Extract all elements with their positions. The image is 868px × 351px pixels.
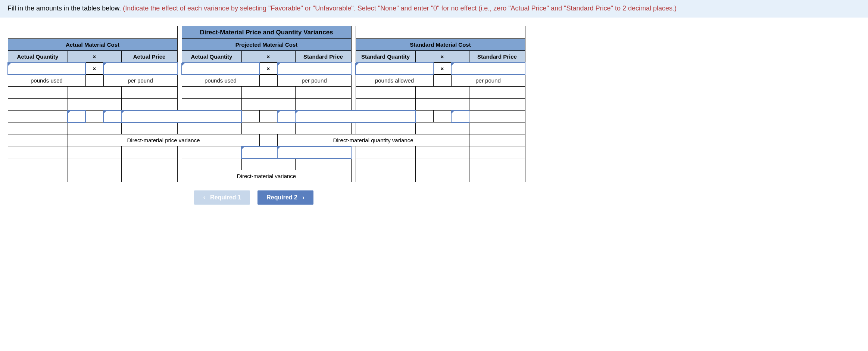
instructions-red: (Indicate the effect of each variance by… [123,4,677,12]
actual-quantity-input[interactable] [8,63,85,75]
times-symbol: × [241,51,295,63]
proj-quantity-unit: pounds used [182,75,259,87]
instructions-banner: Fill in the amounts in the tables below.… [0,0,868,18]
total-variance-input-1b[interactable] [277,146,351,158]
times-symbol: × [415,51,469,63]
times-symbol: × [85,63,103,75]
proj-price-unit: per pound [277,75,351,87]
variance-table: Direct-Material Price and Quantity Varia… [7,26,525,182]
chevron-right-icon: › [302,194,304,201]
actual-price-unit: per pound [103,75,177,87]
nav-buttons: ‹ Required 1 Required 2 › [7,190,500,205]
price-variance-label: Direct-material price variance [68,134,259,146]
proj-actual-quantity-label: Actual Quantity [182,51,241,63]
table-title: Direct-Material Price and Quantity Varia… [182,26,351,39]
proj-standard-price-label: Standard Price [295,51,351,63]
actual-quantity-unit: pounds used [8,75,85,87]
chevron-left-icon: ‹ [203,194,205,201]
standard-cost-header: Standard Material Cost [356,39,525,51]
actual-price-label: Actual Price [121,51,177,63]
quantity-variance-label: Direct-material quantity variance [277,134,469,146]
times-symbol: × [259,63,277,75]
instructions-lead: Fill in the amounts in the tables below. [7,4,123,12]
standard-quantity-label: Standard Quantity [356,51,415,63]
actual-cost-header: Actual Material Cost [8,39,177,51]
std-narrow-input-1[interactable] [451,111,469,122]
qty-variance-amount-input[interactable] [295,111,415,122]
actual-narrow-input-2[interactable] [103,111,121,122]
prev-button[interactable]: ‹ Required 1 [194,190,250,205]
prev-button-label: Required 1 [210,194,241,201]
actual-narrow-input-1[interactable] [68,111,85,122]
standard-price-unit: per pound [451,75,525,87]
proj-actual-quantity-input[interactable] [182,63,259,75]
actual-price-input[interactable] [103,63,177,75]
times-symbol: × [433,63,451,75]
total-variance-input-1a[interactable] [241,146,277,158]
next-button[interactable]: Required 2 › [257,190,313,205]
projected-cost-header: Projected Material Cost [182,39,351,51]
price-variance-amount-input[interactable] [121,111,241,122]
actual-quantity-label: Actual Quantity [8,51,68,63]
standard-price-input[interactable] [451,63,525,75]
standard-quantity-unit: pounds allowed [356,75,433,87]
next-button-label: Required 2 [266,194,297,201]
proj-standard-price-input[interactable] [277,63,351,75]
proj-narrow-input-1[interactable] [277,111,295,122]
times-symbol: × [68,51,121,63]
standard-quantity-input[interactable] [356,63,433,75]
standard-price-label: Standard Price [469,51,525,63]
total-variance-label: Direct-material variance [182,170,351,182]
